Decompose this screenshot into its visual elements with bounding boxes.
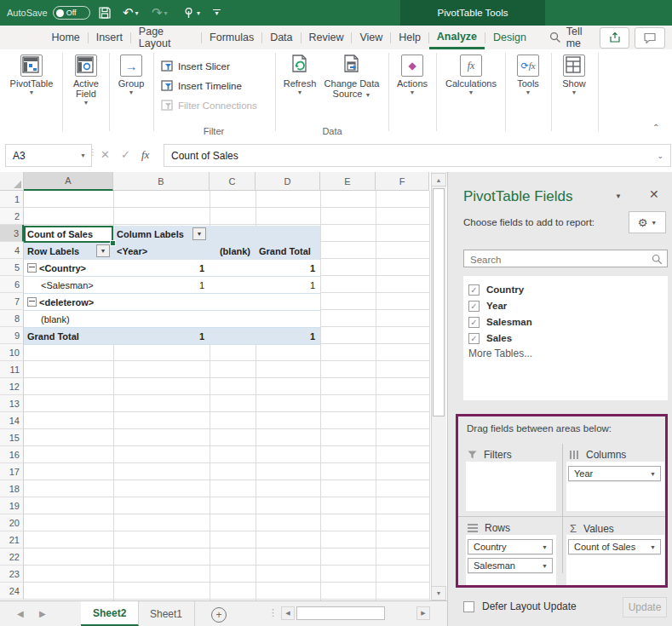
pivot-cell[interactable]: 1 bbox=[113, 277, 210, 294]
column-header-F[interactable]: F bbox=[376, 172, 429, 191]
pivot-cell[interactable]: <Salesman> bbox=[24, 277, 113, 294]
enter-formula-icon[interactable]: ✓ bbox=[121, 148, 130, 161]
pivot-cell[interactable]: (blank) bbox=[24, 311, 113, 328]
tab-formulas[interactable]: Formulas bbox=[202, 26, 261, 49]
columns-drop-area[interactable]: Year▼ bbox=[566, 462, 664, 511]
field-item-sales[interactable]: ✓Sales bbox=[468, 331, 512, 345]
share-button[interactable] bbox=[600, 27, 630, 49]
cancel-formula-icon[interactable]: ✕ bbox=[101, 148, 110, 161]
field-pill-salesman[interactable]: Salesman▼ bbox=[468, 558, 553, 573]
sheet-nav-left-icon[interactable]: ◀ bbox=[17, 609, 24, 618]
hscroll-right-button[interactable]: ▶ bbox=[416, 606, 430, 620]
pivot-cell[interactable]: Grand Total bbox=[256, 243, 320, 260]
group-button[interactable]: → Group ▼ bbox=[111, 55, 152, 95]
tab-data[interactable]: Data bbox=[262, 26, 300, 49]
insert-function-icon[interactable]: fx bbox=[141, 148, 149, 162]
undo-button[interactable]: ↶▾ bbox=[123, 0, 139, 26]
formula-input[interactable]: Count of Sales ⌄ bbox=[164, 144, 671, 167]
collapse-minus-icon[interactable] bbox=[27, 297, 37, 307]
row-header-24[interactable]: 24 bbox=[0, 583, 24, 600]
column-header-A[interactable]: A bbox=[24, 172, 113, 191]
name-box[interactable]: A3 ▼ bbox=[5, 144, 92, 167]
touch-mode-caret-icon[interactable]: ▾ bbox=[197, 9, 200, 17]
row-header-14[interactable]: 14 bbox=[0, 412, 24, 429]
customize-quick-access-button[interactable]: ▾ bbox=[213, 0, 221, 26]
pivot-cell[interactable]: <Year> bbox=[113, 243, 210, 260]
column-header-B[interactable]: B bbox=[113, 172, 210, 191]
pivot-cell[interactable]: 1 bbox=[256, 260, 320, 277]
field-checkbox-sales[interactable]: ✓ bbox=[468, 333, 480, 344]
field-pill-count-of-sales[interactable]: Count of Sales▼ bbox=[568, 539, 661, 554]
row-header-8[interactable]: 8 bbox=[0, 310, 24, 327]
row-header-4[interactable]: 4 bbox=[0, 242, 24, 259]
undo-caret-icon[interactable]: ▾ bbox=[135, 9, 139, 17]
column-header-D[interactable]: D bbox=[256, 172, 320, 191]
actions-button[interactable]: ◆ Actions ▼ bbox=[390, 55, 434, 95]
rows-drop-area[interactable]: Country▼Salesman▼ bbox=[466, 535, 556, 585]
row-header-6[interactable]: 6 bbox=[0, 276, 24, 293]
search-input[interactable] bbox=[468, 251, 651, 267]
calculations-button[interactable]: fx Calculations ▼ bbox=[439, 55, 503, 95]
row-header-21[interactable]: 21 bbox=[0, 531, 24, 548]
tools-button[interactable]: ⟳fx Tools ▼ bbox=[508, 55, 549, 95]
field-checkbox-country[interactable]: ✓ bbox=[468, 284, 480, 296]
save-button[interactable] bbox=[98, 0, 112, 26]
field-item-salesman[interactable]: ✓Salesman bbox=[468, 315, 532, 329]
pivot-cell[interactable]: 1 bbox=[113, 260, 210, 277]
tell-me-box[interactable]: Tell me bbox=[549, 26, 600, 49]
tab-view[interactable]: View bbox=[352, 26, 390, 49]
row-header-2[interactable]: 2 bbox=[0, 208, 24, 225]
autosave-control[interactable]: AutoSave Off bbox=[7, 0, 90, 26]
field-pill-country[interactable]: Country▼ bbox=[468, 539, 553, 554]
row-header-12[interactable]: 12 bbox=[0, 378, 24, 395]
pivot-cell[interactable]: <Country> bbox=[24, 260, 113, 277]
scroll-up-button[interactable]: ▲ bbox=[431, 173, 446, 187]
row-header-13[interactable]: 13 bbox=[0, 395, 24, 412]
tab-review[interactable]: Review bbox=[301, 26, 351, 49]
more-tables-link[interactable]: More Tables... bbox=[468, 347, 532, 359]
row-header-20[interactable]: 20 bbox=[0, 514, 24, 531]
row-header-1[interactable]: 1 bbox=[0, 191, 24, 208]
pill-caret-icon[interactable]: ▼ bbox=[650, 544, 656, 550]
pane-close-icon[interactable]: ✕ bbox=[649, 187, 659, 201]
pane-options-caret-icon[interactable]: ▼ bbox=[615, 192, 622, 200]
insert-slicer-button[interactable]: Insert Slicer bbox=[161, 60, 230, 72]
autosave-toggle[interactable]: Off bbox=[53, 6, 90, 20]
redo-caret-icon[interactable]: ▾ bbox=[164, 9, 168, 17]
pivot-cell[interactable]: 1 bbox=[113, 328, 210, 345]
pivot-filter-dropdown[interactable]: ▼ bbox=[96, 244, 110, 257]
active-field-button[interactable]: Active Field ▼ bbox=[65, 55, 107, 106]
row-header-10[interactable]: 10 bbox=[0, 344, 24, 361]
tab-help[interactable]: Help bbox=[391, 26, 428, 49]
row-header-5[interactable]: 5 bbox=[0, 259, 24, 276]
field-item-country[interactable]: ✓Country bbox=[468, 283, 524, 296]
row-header-15[interactable]: 15 bbox=[0, 429, 24, 446]
row-header-3[interactable]: 3 bbox=[0, 225, 24, 242]
new-sheet-button[interactable]: + bbox=[211, 607, 227, 623]
collapse-ribbon-button[interactable]: ⌃ bbox=[652, 123, 659, 132]
column-header-C[interactable]: C bbox=[210, 172, 256, 191]
vertical-scroll-thumb[interactable] bbox=[433, 188, 445, 416]
row-header-19[interactable]: 19 bbox=[0, 497, 24, 514]
row-header-22[interactable]: 22 bbox=[0, 548, 24, 566]
row-header-16[interactable]: 16 bbox=[0, 446, 24, 463]
tab-home[interactable]: Home bbox=[43, 26, 87, 49]
filters-drop-area[interactable] bbox=[466, 462, 556, 511]
pivot-cell[interactable]: (blank) bbox=[210, 243, 256, 260]
tools-gear-button[interactable]: ⚙ ▼ bbox=[629, 211, 666, 233]
refresh-button[interactable]: Refresh ▼ bbox=[279, 55, 320, 95]
scroll-down-button[interactable]: ▼ bbox=[431, 586, 446, 600]
pivot-cell[interactable]: <deleterow> bbox=[24, 294, 113, 311]
worksheet-grid[interactable]: ABCDEF 123456789101112131415161718192021… bbox=[0, 172, 431, 600]
values-drop-area[interactable]: Count of Sales▼ bbox=[566, 535, 664, 585]
field-pill-year[interactable]: Year▼ bbox=[568, 466, 661, 481]
field-checkbox-year[interactable]: ✓ bbox=[468, 301, 480, 312]
row-header-17[interactable]: 17 bbox=[0, 463, 24, 480]
field-checkbox-salesman[interactable]: ✓ bbox=[468, 317, 480, 328]
horizontal-scroll-thumb[interactable] bbox=[296, 606, 385, 620]
pill-caret-icon[interactable]: ▼ bbox=[650, 471, 656, 477]
row-header-23[interactable]: 23 bbox=[0, 566, 24, 583]
insert-timeline-button[interactable]: Insert Timeline bbox=[161, 80, 242, 92]
comments-button[interactable] bbox=[635, 27, 665, 49]
pivot-filter-dropdown[interactable]: ▼ bbox=[192, 227, 206, 240]
